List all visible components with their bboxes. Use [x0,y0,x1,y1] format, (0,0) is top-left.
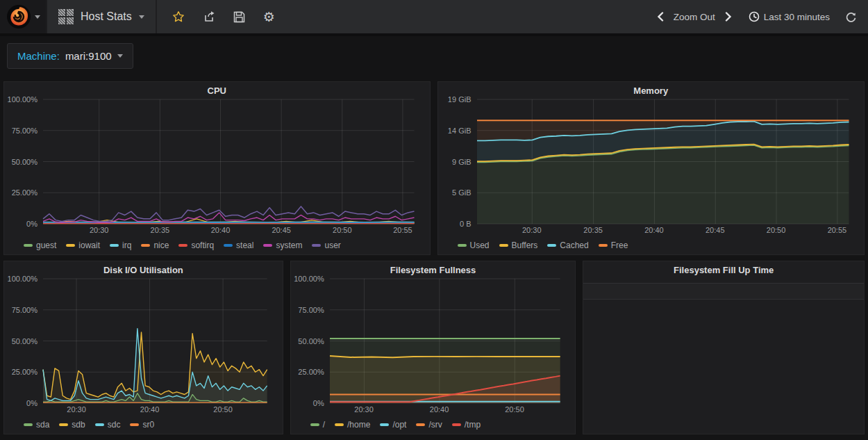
chevron-right-icon [725,12,732,22]
memory-chart[interactable]: 19 GiB14 GiB9 GiB5 GiB0 B [438,99,865,224]
legend-item[interactable]: Buffers [499,241,538,250]
chevron-down-icon [35,15,40,19]
y-tick-label: 50.00% [298,337,324,345]
legend-item[interactable]: sda [24,420,49,430]
cpu-chart[interactable]: 100.00%75.00%50.00%25.00%0% [4,99,430,224]
disk-y-axis: 100.00%75.00%50.00%25.00%0% [4,279,43,403]
legend-item[interactable]: guest [24,241,56,250]
time-shift-forward-button[interactable] [725,12,732,22]
y-tick-label: 75.00% [12,306,37,314]
y-tick-label: 0% [26,399,37,407]
legend-series-color-swatch [547,244,556,247]
cpu-plot-area[interactable] [43,99,415,224]
legend-series-color-swatch [312,244,321,247]
y-tick-label: 0 B [460,220,471,228]
panel-title-disk-io[interactable]: Disk I/O Utilisation [4,261,283,279]
save-icon[interactable] [233,11,245,23]
dashboard-picker[interactable]: Host Stats [47,0,157,33]
grafana-menu-button[interactable] [0,0,47,33]
memory-legend: UsedBuffersCachedFree [438,236,865,254]
star-favorite-icon[interactable] [172,10,185,23]
refresh-icon [845,11,857,23]
legend-item[interactable]: /home [335,420,370,430]
x-tick-label: 20:50 [505,405,524,414]
disk-io-chart[interactable]: 100.00%75.00%50.00%25.00%0% [4,279,283,403]
legend-item[interactable]: iowait [66,241,100,250]
legend-item[interactable]: Free [599,241,628,250]
legend-item[interactable]: sr0 [130,420,154,430]
panel-title-filesystem-fill-up-time[interactable]: Filesystem Fill Up Time [583,261,864,279]
y-tick-label: 100.00% [8,95,37,104]
filesystem-fullness-chart[interactable]: 100.00%75.00%50.00%25.00%0% [291,279,576,403]
time-range-picker[interactable]: Last 30 minutes [749,11,830,22]
panel-title-memory[interactable]: Memory [438,82,865,99]
share-icon[interactable] [203,10,215,23]
disk-x-axis: 20:3020:4020:50 [43,403,267,416]
disk-plot-area[interactable] [43,279,267,403]
fsfull-plot-area[interactable] [330,279,560,403]
y-tick-label: 100.00% [294,275,324,283]
legend-item[interactable]: irq [110,241,131,250]
y-tick-label: 75.00% [12,127,37,135]
x-tick-label: 20:40 [211,226,231,234]
settings-gear-icon[interactable]: ⚙ [263,10,275,24]
legend-item[interactable]: user [312,241,340,250]
zoom-out-label: Zoom Out [674,12,715,22]
fsfull-legend: //home/opt/srv/tmp [291,416,576,434]
refresh-button[interactable] [845,11,857,23]
machine-variable-dropdown[interactable]: Machine: mari:9100 [7,43,133,69]
memory-x-axis: 20:3020:3520:4020:4520:5020:55 [477,224,849,236]
grafana-logo-icon [6,4,31,29]
legend-series-color-swatch [59,423,68,426]
panel-disk-io: Disk I/O Utilisation 100.00%75.00%50.00%… [3,261,283,434]
cpu-y-axis: 100.00%75.00%50.00%25.00%0% [4,99,43,224]
table-header-row [583,283,864,300]
legend-series-color-swatch [335,423,344,426]
panel-cpu: CPU 100.00%75.00%50.00%25.00%0% 20:3020:… [3,81,431,255]
legend-item[interactable]: softirq [178,241,214,250]
legend-item[interactable]: sdc [95,420,121,430]
chevron-left-icon [657,12,664,22]
zoom-out-button[interactable]: Zoom Out [674,12,715,22]
y-tick-label: 9 GiB [452,158,471,166]
legend-series-color-swatch [416,423,425,426]
legend-series-color-swatch [24,244,33,247]
x-tick-label: 20:35 [583,226,603,234]
panel-filesystem-fill-up-time: Filesystem Fill Up Time [583,261,865,434]
legend-item[interactable]: Cached [547,241,588,250]
legend-series-color-swatch [24,423,33,426]
y-tick-label: 14 GiB [448,127,471,135]
x-tick-label: 20:30 [90,226,109,234]
x-tick-label: 20:45 [706,226,725,234]
legend-series-color-swatch [599,244,608,247]
legend-series-color-swatch [141,244,150,247]
memory-y-axis: 19 GiB14 GiB9 GiB5 GiB0 B [438,99,477,224]
legend-item[interactable]: sdb [59,420,85,430]
disk-legend: sdasdbsdcsr0 [4,416,283,434]
legend-item[interactable]: /opt [380,420,406,430]
legend-item[interactable]: steal [224,241,253,250]
navbar: Host Stats ⚙ Zoom Out [0,0,868,36]
machine-variable-value[interactable]: mari:9100 [65,50,112,62]
fsfull-x-axis: 20:3020:4020:50 [330,403,560,416]
table-body-empty [583,300,864,434]
x-tick-label: 20:30 [354,405,374,414]
panel-title-filesystem-fullness[interactable]: Filesystem Fullness [291,261,576,279]
legend-series-color-swatch [310,423,319,426]
legend-item[interactable]: /tmp [452,420,481,430]
legend-item[interactable]: Used [458,241,490,250]
time-shift-back-button[interactable] [657,12,664,22]
cpu-legend: guestiowaitirqnicesoftirqstealsystemuser [4,236,430,254]
legend-item[interactable]: / [310,420,325,430]
legend-series-color-swatch [66,244,75,247]
panel-title-cpu[interactable]: CPU [4,82,430,99]
fsfull-y-axis: 100.00%75.00%50.00%25.00%0% [291,279,330,403]
legend-series-color-swatch [380,423,389,426]
memory-plot-area[interactable] [477,99,849,224]
y-tick-label: 75.00% [298,306,324,314]
dashboard-title[interactable]: Host Stats [81,10,132,23]
legend-item[interactable]: /srv [416,420,442,430]
legend-item[interactable]: system [263,241,302,250]
legend-item[interactable]: nice [141,241,169,250]
y-tick-label: 5 GiB [452,188,471,197]
